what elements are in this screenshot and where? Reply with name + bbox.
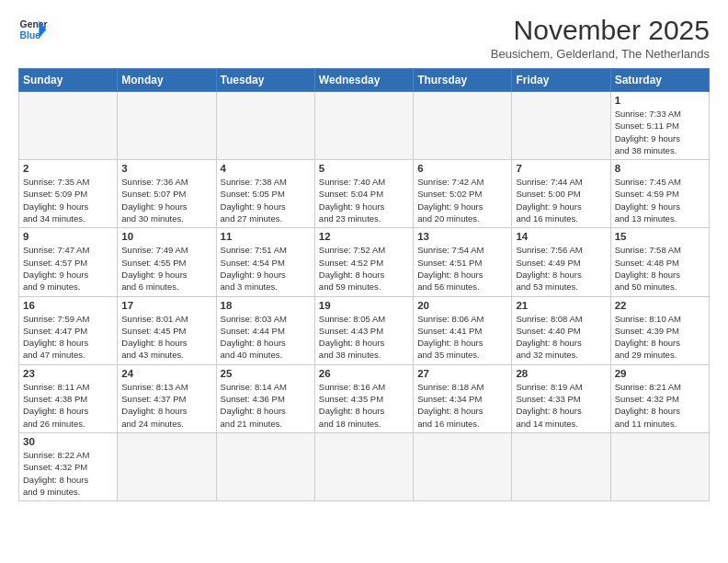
calendar-week-4: 23Sunrise: 8:11 AM Sunset: 4:38 PM Dayli…: [19, 364, 710, 432]
day-number: 29: [615, 368, 705, 379]
day-number: 30: [23, 436, 113, 447]
header: General Blue November 2025 Beusichem, Ge…: [18, 15, 710, 61]
day-info: Sunrise: 7:36 AM Sunset: 5:07 PM Dayligh…: [121, 176, 211, 224]
calendar-cell: 17Sunrise: 8:01 AM Sunset: 4:45 PM Dayli…: [118, 296, 216, 364]
header-row: Sunday Monday Tuesday Wednesday Thursday…: [19, 69, 710, 92]
calendar-cell: [512, 432, 610, 500]
calendar: Sunday Monday Tuesday Wednesday Thursday…: [18, 68, 710, 501]
day-info: Sunrise: 8:16 AM Sunset: 4:35 PM Dayligh…: [319, 381, 409, 430]
calendar-cell: 26Sunrise: 8:16 AM Sunset: 4:35 PM Dayli…: [314, 364, 413, 432]
calendar-cell: [414, 92, 512, 160]
day-info: Sunrise: 8:13 AM Sunset: 4:37 PM Dayligh…: [121, 381, 211, 430]
day-number: 27: [417, 368, 507, 379]
day-number: 17: [121, 300, 211, 311]
calendar-cell: 23Sunrise: 8:11 AM Sunset: 4:38 PM Dayli…: [19, 364, 118, 432]
calendar-cell: [314, 432, 413, 500]
col-friday: Friday: [512, 69, 610, 92]
calendar-cell: 16Sunrise: 7:59 AM Sunset: 4:47 PM Dayli…: [19, 296, 118, 364]
day-info: Sunrise: 7:49 AM Sunset: 4:55 PM Dayligh…: [121, 244, 211, 293]
day-number: 8: [615, 163, 705, 174]
calendar-cell: 4Sunrise: 7:38 AM Sunset: 5:05 PM Daylig…: [216, 160, 314, 228]
calendar-cell: 27Sunrise: 8:18 AM Sunset: 4:34 PM Dayli…: [414, 364, 512, 432]
calendar-cell: 15Sunrise: 7:58 AM Sunset: 4:48 PM Dayli…: [610, 228, 709, 296]
calendar-cell: 21Sunrise: 8:08 AM Sunset: 4:40 PM Dayli…: [512, 296, 610, 364]
day-info: Sunrise: 7:58 AM Sunset: 4:48 PM Dayligh…: [615, 244, 705, 293]
day-info: Sunrise: 8:14 AM Sunset: 4:36 PM Dayligh…: [221, 381, 311, 430]
day-info: Sunrise: 7:52 AM Sunset: 4:52 PM Dayligh…: [319, 244, 409, 293]
calendar-cell: 10Sunrise: 7:49 AM Sunset: 4:55 PM Dayli…: [118, 228, 216, 296]
day-number: 2: [23, 163, 113, 174]
day-number: 16: [23, 300, 113, 311]
day-info: Sunrise: 7:51 AM Sunset: 4:54 PM Dayligh…: [221, 244, 311, 293]
title-block: November 2025 Beusichem, Gelderland, The…: [491, 15, 710, 61]
calendar-week-0: 1Sunrise: 7:33 AM Sunset: 5:11 PM Daylig…: [19, 92, 710, 160]
calendar-cell: 11Sunrise: 7:51 AM Sunset: 4:54 PM Dayli…: [216, 228, 314, 296]
day-number: 25: [221, 368, 311, 379]
col-monday: Monday: [118, 69, 216, 92]
calendar-cell: 28Sunrise: 8:19 AM Sunset: 4:33 PM Dayli…: [512, 364, 610, 432]
calendar-cell: 6Sunrise: 7:42 AM Sunset: 5:02 PM Daylig…: [414, 160, 512, 228]
day-info: Sunrise: 7:38 AM Sunset: 5:05 PM Dayligh…: [221, 176, 311, 224]
calendar-cell: 19Sunrise: 8:05 AM Sunset: 4:43 PM Dayli…: [314, 296, 413, 364]
calendar-cell: 29Sunrise: 8:21 AM Sunset: 4:32 PM Dayli…: [610, 364, 709, 432]
calendar-cell: [512, 92, 610, 160]
day-number: 4: [221, 163, 311, 174]
subtitle: Beusichem, Gelderland, The Netherlands: [491, 47, 710, 61]
day-info: Sunrise: 8:08 AM Sunset: 4:40 PM Dayligh…: [516, 313, 606, 362]
day-number: 20: [417, 300, 507, 311]
day-info: Sunrise: 7:45 AM Sunset: 4:59 PM Dayligh…: [615, 176, 705, 224]
day-number: 1: [615, 95, 705, 106]
day-number: 10: [121, 231, 211, 242]
day-number: 18: [221, 300, 311, 311]
day-info: Sunrise: 7:59 AM Sunset: 4:47 PM Dayligh…: [23, 313, 113, 362]
day-number: 6: [417, 163, 507, 174]
calendar-cell: 12Sunrise: 7:52 AM Sunset: 4:52 PM Dayli…: [314, 228, 413, 296]
col-tuesday: Tuesday: [216, 69, 314, 92]
day-number: 24: [121, 368, 211, 379]
day-number: 3: [121, 163, 211, 174]
day-info: Sunrise: 8:19 AM Sunset: 4:33 PM Dayligh…: [516, 381, 606, 430]
day-info: Sunrise: 7:54 AM Sunset: 4:51 PM Dayligh…: [417, 244, 507, 293]
calendar-cell: 7Sunrise: 7:44 AM Sunset: 5:00 PM Daylig…: [512, 160, 610, 228]
logo: General Blue: [18, 15, 48, 44]
calendar-cell: [610, 432, 709, 500]
calendar-week-3: 16Sunrise: 7:59 AM Sunset: 4:47 PM Dayli…: [19, 296, 710, 364]
calendar-cell: 30Sunrise: 8:22 AM Sunset: 4:32 PM Dayli…: [19, 432, 118, 500]
calendar-cell: 25Sunrise: 8:14 AM Sunset: 4:36 PM Dayli…: [216, 364, 314, 432]
calendar-cell: 2Sunrise: 7:35 AM Sunset: 5:09 PM Daylig…: [19, 160, 118, 228]
calendar-week-1: 2Sunrise: 7:35 AM Sunset: 5:09 PM Daylig…: [19, 160, 710, 228]
col-thursday: Thursday: [414, 69, 512, 92]
day-info: Sunrise: 8:22 AM Sunset: 4:32 PM Dayligh…: [23, 449, 113, 498]
calendar-cell: [216, 92, 314, 160]
day-info: Sunrise: 8:18 AM Sunset: 4:34 PM Dayligh…: [417, 381, 507, 430]
day-number: 22: [615, 300, 705, 311]
calendar-cell: 22Sunrise: 8:10 AM Sunset: 4:39 PM Dayli…: [610, 296, 709, 364]
day-info: Sunrise: 8:06 AM Sunset: 4:41 PM Dayligh…: [417, 313, 507, 362]
day-number: 5: [319, 163, 409, 174]
day-number: 12: [319, 231, 409, 242]
col-wednesday: Wednesday: [314, 69, 413, 92]
day-number: 21: [516, 300, 606, 311]
page: General Blue November 2025 Beusichem, Ge…: [0, 0, 728, 563]
calendar-week-5: 30Sunrise: 8:22 AM Sunset: 4:32 PM Dayli…: [19, 432, 710, 500]
day-number: 26: [319, 368, 409, 379]
day-number: 7: [516, 163, 606, 174]
calendar-cell: [314, 92, 413, 160]
calendar-cell: 20Sunrise: 8:06 AM Sunset: 4:41 PM Dayli…: [414, 296, 512, 364]
calendar-cell: [414, 432, 512, 500]
calendar-cell: 8Sunrise: 7:45 AM Sunset: 4:59 PM Daylig…: [610, 160, 709, 228]
day-info: Sunrise: 7:35 AM Sunset: 5:09 PM Dayligh…: [23, 176, 113, 224]
col-saturday: Saturday: [610, 69, 709, 92]
day-number: 11: [221, 231, 311, 242]
calendar-cell: 1Sunrise: 7:33 AM Sunset: 5:11 PM Daylig…: [610, 92, 709, 160]
calendar-cell: 3Sunrise: 7:36 AM Sunset: 5:07 PM Daylig…: [118, 160, 216, 228]
calendar-cell: 9Sunrise: 7:47 AM Sunset: 4:57 PM Daylig…: [19, 228, 118, 296]
calendar-body: 1Sunrise: 7:33 AM Sunset: 5:11 PM Daylig…: [19, 92, 710, 501]
day-info: Sunrise: 8:03 AM Sunset: 4:44 PM Dayligh…: [221, 313, 311, 362]
main-title: November 2025: [491, 15, 710, 45]
calendar-cell: 5Sunrise: 7:40 AM Sunset: 5:04 PM Daylig…: [314, 160, 413, 228]
svg-text:Blue: Blue: [20, 30, 41, 40]
day-info: Sunrise: 8:01 AM Sunset: 4:45 PM Dayligh…: [121, 313, 211, 362]
day-info: Sunrise: 8:05 AM Sunset: 4:43 PM Dayligh…: [319, 313, 409, 362]
calendar-cell: [19, 92, 118, 160]
